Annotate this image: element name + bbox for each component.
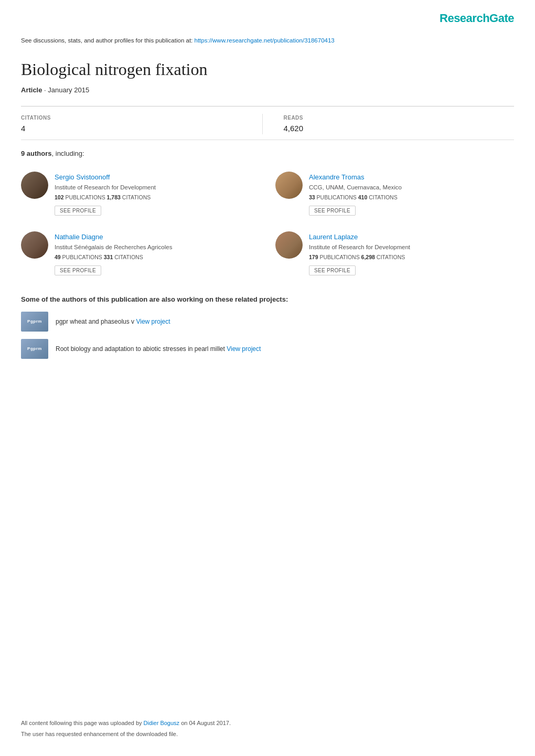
project-text-2: Root biology and adaptation to abiotic s… <box>56 344 261 354</box>
author-stats-3: 49 PUBLICATIONS 331 CITATIONS <box>55 253 260 262</box>
footer-text-before: All content following this page was uplo… <box>21 720 142 726</box>
see-profile-btn-1[interactable]: SEE PROFILE <box>55 206 101 216</box>
author-card-2: Alexandre Tromas CCG, UNAM, Cuernavaca, … <box>275 166 514 221</box>
author-avatar-3 <box>21 231 48 259</box>
avatar-image-3 <box>21 231 48 259</box>
author-affiliation-1: Institute of Research for Development <box>55 183 260 192</box>
author-avatar-1 <box>21 172 48 199</box>
article-date: January 2015 <box>48 86 89 94</box>
notice-link[interactable]: https://www.researchgate.net/publication… <box>195 37 335 44</box>
author-stats-2: 33 PUBLICATIONS 410 CITATIONS <box>309 194 514 202</box>
avatar-image-1 <box>21 172 48 199</box>
authors-count: 9 authors <box>21 150 52 157</box>
see-profile-btn-2[interactable]: SEE PROFILE <box>309 206 356 216</box>
project-thumb-label-1: Pgprm <box>21 312 48 332</box>
authors-suffix: , including: <box>52 150 84 157</box>
footer-line-2: The user has requested enhancement of th… <box>21 730 514 739</box>
footer-uploader-link[interactable]: Didier Bogusz <box>144 720 179 726</box>
author-card-4: Laurent Laplaze Institute of Research fo… <box>275 226 514 281</box>
author-cites-4: 6,298 <box>361 254 375 260</box>
author-name-4[interactable]: Laurent Laplaze <box>309 233 358 241</box>
authors-label: 9 authors, including: <box>21 148 514 159</box>
author-pubs-4: 179 <box>309 254 318 260</box>
reads-label: READS <box>284 114 515 122</box>
project-link-1[interactable]: View project <box>136 318 170 325</box>
top-notice: See discussions, stats, and author profi… <box>0 32 535 51</box>
author-info-2: Alexandre Tromas CCG, UNAM, Cuernavaca, … <box>309 172 514 216</box>
author-avatar-4 <box>275 231 303 259</box>
author-name-3[interactable]: Nathalie Diagne <box>55 233 103 241</box>
author-avatar-2 <box>275 172 303 199</box>
avatar-image-4 <box>275 231 303 259</box>
project-link-2[interactable]: View project <box>227 345 261 353</box>
author-stats-4: 179 PUBLICATIONS 6,298 CITATIONS <box>309 253 514 262</box>
project-text-before-2: Root biology and adaptation to abiotic s… <box>56 345 225 353</box>
project-thumb-2: Pgprm <box>21 339 48 359</box>
author-info-4: Laurent Laplaze Institute of Research fo… <box>309 231 514 275</box>
author-cites-2: 410 <box>358 194 368 200</box>
project-text-1: pgpr wheat and phaseolus v View project <box>56 317 170 326</box>
author-pubs-3: 49 <box>55 254 61 260</box>
related-section: Some of the authors of this publication … <box>0 286 535 372</box>
project-item-1: Pgprm pgpr wheat and phaseolus v View pr… <box>21 312 514 332</box>
related-label: Some of the authors of this publication … <box>21 294 514 305</box>
reads-col: READS 4,620 <box>263 114 515 135</box>
authors-grid: Sergio Svistoonoff Institute of Research… <box>21 166 514 281</box>
author-info-3: Nathalie Diagne Institut Sénégalais de R… <box>55 231 260 275</box>
article-type-label: Article <box>21 86 42 94</box>
see-profile-btn-3[interactable]: SEE PROFILE <box>55 265 101 275</box>
notice-text: See discussions, stats, and author profi… <box>21 37 192 44</box>
researchgate-logo: ResearchGate <box>440 9 514 27</box>
footer-text-after: on 04 August 2017. <box>181 720 231 726</box>
project-text-before-1: pgpr wheat and phaseolus v <box>56 318 134 325</box>
project-thumb-label-2: Pgprm <box>21 339 48 359</box>
footer: All content following this page was uplo… <box>21 719 514 740</box>
stats-wrapper: CITATIONS 4 READS 4,620 <box>21 106 514 140</box>
footer-line-1: All content following this page was uplo… <box>21 719 514 728</box>
avatar-image-2 <box>275 172 303 199</box>
author-affiliation-2: CCG, UNAM, Cuernavaca, Mexico <box>309 183 514 192</box>
author-pubs-1: 102 <box>55 194 64 200</box>
author-card-1: Sergio Svistoonoff Institute of Research… <box>21 166 260 221</box>
author-affiliation-3: Institut Sénégalais de Recherches Agrico… <box>55 243 260 252</box>
header: ResearchGate <box>0 0 535 32</box>
author-name-1[interactable]: Sergio Svistoonoff <box>55 173 110 181</box>
author-stats-1: 102 PUBLICATIONS 1,783 CITATIONS <box>55 194 260 202</box>
see-profile-btn-4[interactable]: SEE PROFILE <box>309 265 356 275</box>
article-title: Biological nitrogen fixation <box>21 57 514 82</box>
author-cites-1: 1,783 <box>107 194 121 200</box>
title-section: Biological nitrogen fixation Article · J… <box>0 51 535 99</box>
citations-label: CITATIONS <box>21 114 252 122</box>
author-affiliation-4: Institute of Research for Development <box>309 243 514 252</box>
author-cites-3: 331 <box>104 254 113 260</box>
authors-section: 9 authors, including: Sergio Svistoonoff… <box>0 140 535 286</box>
author-name-2[interactable]: Alexandre Tromas <box>309 173 365 181</box>
page: ResearchGate See discussions, stats, and… <box>0 0 535 756</box>
author-pubs-2: 33 <box>309 194 315 200</box>
reads-value: 4,620 <box>284 123 515 135</box>
project-item-2: Pgprm Root biology and adaptation to abi… <box>21 339 514 359</box>
article-type: Article · January 2015 <box>21 85 514 95</box>
project-thumb-1: Pgprm <box>21 312 48 332</box>
citations-value: 4 <box>21 123 252 135</box>
author-card-3: Nathalie Diagne Institut Sénégalais de R… <box>21 226 260 281</box>
author-info-1: Sergio Svistoonoff Institute of Research… <box>55 172 260 216</box>
citations-col: CITATIONS 4 <box>21 114 263 135</box>
